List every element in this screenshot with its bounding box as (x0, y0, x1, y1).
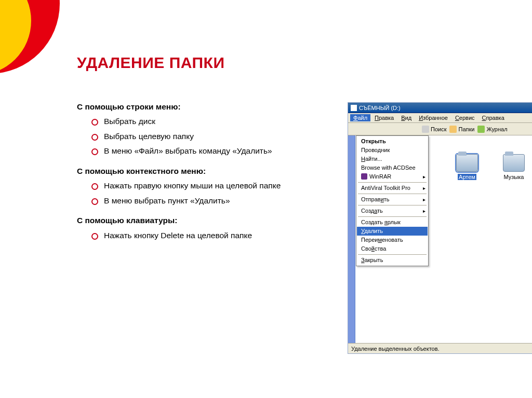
menu-избранное[interactable]: Избранное (416, 114, 451, 121)
bullet-item: Выбрать целевую папку (91, 131, 311, 142)
menu-файл[interactable]: Файл (350, 114, 370, 121)
folder-item-music[interactable]: Музыка (495, 154, 532, 180)
menu-item[interactable]: Найти... (357, 155, 428, 163)
status-bar: Удаление выделенных объектов. (348, 343, 532, 353)
bullet-list: Нажать кнопку Delete на целевой папке (77, 230, 311, 241)
section-heading: С помощью строки меню: (77, 101, 311, 113)
menu-separator (358, 254, 427, 255)
menu-item[interactable]: Закрыть (357, 256, 428, 265)
menubar[interactable]: ФайлПравкаВидИзбранноеСервисСправка (348, 113, 532, 123)
menu-item[interactable]: Переименовать (357, 236, 428, 244)
menu-item[interactable]: WinRAR (357, 172, 428, 181)
menu-item[interactable]: Открыть (357, 137, 428, 146)
folders-button[interactable]: Папки (449, 126, 474, 133)
slide-title: УДАЛЕНИЕ ПАПКИ (77, 54, 224, 72)
search-button[interactable]: Поиск (422, 126, 446, 133)
explorer-window: СЪЁМНЫЙ (D:) ФайлПравкаВидИзбранноеСерви… (348, 103, 532, 353)
section-heading: С помощью клавиатуры: (77, 215, 311, 226)
menu-separator (358, 216, 427, 217)
toolbar[interactable]: Поиск Папки Журнал (348, 123, 532, 135)
file-dropdown-menu[interactable]: ОткрытьПроводникНайти...Browse with ACDS… (356, 135, 429, 266)
window-title: СЪЁМНЫЙ (D:) (359, 105, 401, 111)
menu-вид[interactable]: Вид (398, 114, 415, 121)
menu-item[interactable]: Отправить (357, 195, 428, 204)
folders-icon (449, 126, 457, 133)
bullet-item: Выбрать диск (91, 116, 311, 127)
explorer-sidebar (348, 135, 355, 343)
search-icon (422, 126, 429, 133)
section-heading: С помощью контекстного меню: (77, 166, 311, 177)
menu-item[interactable]: Свойства (357, 244, 428, 253)
bullet-list: Нажать правую кнопку мыши на целевой пап… (77, 180, 311, 207)
menu-separator (358, 205, 427, 205)
folder-item-artem[interactable]: Артем (448, 154, 486, 180)
menu-item[interactable]: Browse with ACDSee (357, 163, 428, 172)
bullet-item: Нажать правую кнопку мыши на целевой пап… (91, 180, 311, 191)
menu-item[interactable]: Проводник (357, 146, 428, 155)
folder-icon (503, 154, 525, 172)
slide-content: С помощью строки меню:Выбрать дискВыбрат… (77, 101, 311, 245)
journal-icon (477, 126, 485, 133)
bullet-list: Выбрать дискВыбрать целевую папкуВ меню … (77, 116, 311, 157)
menu-item[interactable]: Создать ярлык (357, 218, 428, 227)
search-label: Поиск (431, 126, 446, 132)
folder-label: Артем (458, 174, 476, 180)
bullet-item: В меню «Файл» выбрать команду «Удалить» (91, 145, 311, 157)
folder-icon (456, 154, 478, 172)
menu-правка[interactable]: Правка (371, 114, 397, 121)
explorer-client-area[interactable]: ОткрытьПроводникНайти...Browse with ACDS… (348, 135, 532, 343)
window-titlebar[interactable]: СЪЁМНЫЙ (D:) (348, 103, 532, 113)
folders-label: Папки (458, 126, 474, 132)
bullet-item: Нажать кнопку Delete на целевой папке (91, 230, 311, 241)
folder-label: Музыка (504, 174, 524, 180)
menu-справка[interactable]: Справка (479, 114, 508, 121)
menu-separator (358, 182, 427, 183)
menu-separator (358, 194, 427, 194)
journal-button[interactable]: Журнал (477, 126, 507, 133)
menu-item[interactable]: AntiViral Toolkit Pro (357, 184, 428, 193)
bullet-item: В меню выбрать пункт «Удалить» (91, 195, 311, 207)
menu-item[interactable]: Создать (357, 207, 428, 215)
menu-сервис[interactable]: Сервис (452, 114, 478, 121)
status-text: Удаление выделенных объектов. (351, 346, 440, 352)
drive-icon (351, 105, 357, 111)
menu-item[interactable]: Удалить (357, 227, 428, 236)
journal-label: Журнал (486, 126, 507, 132)
